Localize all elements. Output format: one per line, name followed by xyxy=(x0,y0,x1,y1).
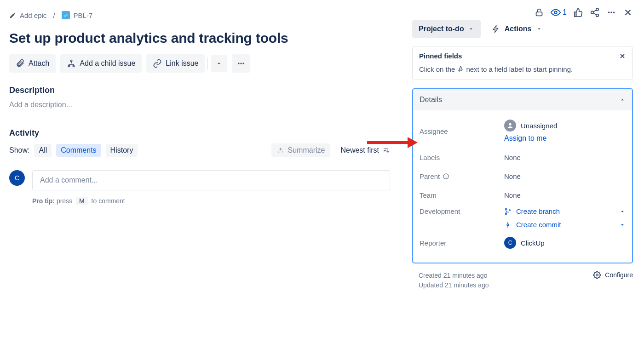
svg-point-12 xyxy=(610,11,612,13)
link-icon xyxy=(153,59,162,68)
svg-point-1 xyxy=(69,65,70,67)
created-timestamp: Created 21 minutes ago xyxy=(419,271,489,280)
updated-timestamp: Updated 21 minutes ago xyxy=(419,280,489,290)
link-issue-button[interactable]: Link issue xyxy=(146,54,205,73)
field-label-labels: Labels xyxy=(420,154,504,161)
share-button[interactable] xyxy=(590,7,600,17)
svg-point-2 xyxy=(73,65,75,67)
svg-rect-6 xyxy=(536,12,542,16)
field-label-assignee: Assignee xyxy=(420,127,504,135)
field-value-labels[interactable]: None xyxy=(504,154,626,161)
field-label-reporter: Reporter xyxy=(420,239,504,247)
svg-point-7 xyxy=(554,11,557,14)
issue-key-label: PBL-7 xyxy=(74,11,93,19)
issue-key-link[interactable]: PBL-7 xyxy=(62,11,93,19)
tab-comments[interactable]: Comments xyxy=(56,144,101,157)
field-value-assignee[interactable]: Unassigned xyxy=(504,120,626,132)
toolbar-separator xyxy=(207,57,208,69)
breadcrumb: Add epic / PBL-7 xyxy=(9,11,92,19)
chevron-down-icon xyxy=(536,26,542,32)
pinned-fields-close[interactable] xyxy=(619,52,626,60)
issue-actions-toolbar: Attach Add a child issue Link issue xyxy=(9,54,390,73)
pin-icon xyxy=(457,66,464,73)
reporter-avatar: C xyxy=(504,237,516,249)
like-button[interactable] xyxy=(573,7,583,17)
lock-button[interactable] xyxy=(534,7,544,17)
create-commit-more[interactable] xyxy=(619,222,626,228)
avatar: C xyxy=(9,170,25,186)
svg-point-10 xyxy=(596,14,599,17)
add-child-issue-button[interactable]: Add a child issue xyxy=(60,54,142,73)
tab-history[interactable]: History xyxy=(106,144,138,157)
comment-input[interactable]: Add a comment... xyxy=(32,170,390,190)
details-panel: Details Assignee Unassigned Assign to me xyxy=(412,88,633,263)
gear-icon xyxy=(593,271,601,279)
svg-point-13 xyxy=(613,11,615,13)
activity-heading: Activity xyxy=(9,128,390,138)
watch-count: 1 xyxy=(563,8,567,17)
assign-to-me-link[interactable]: Assign to me xyxy=(504,134,626,143)
svg-point-3 xyxy=(238,63,240,64)
issue-title[interactable]: Set up product analytics and tracking to… xyxy=(9,30,390,46)
status-dropdown[interactable]: Project to-do xyxy=(412,20,481,38)
child-issue-icon xyxy=(67,59,76,68)
details-toggle[interactable]: Details xyxy=(413,89,632,110)
create-branch-more[interactable] xyxy=(619,208,626,215)
breadcrumb-separator: / xyxy=(53,11,55,19)
svg-point-9 xyxy=(591,11,594,14)
sparkle-icon xyxy=(277,147,284,154)
svg-point-0 xyxy=(71,60,72,62)
sort-desc-icon xyxy=(383,147,390,154)
field-label-team: Team xyxy=(420,191,504,199)
attach-button[interactable]: Attach xyxy=(9,54,56,73)
svg-point-17 xyxy=(506,213,507,215)
actions-dropdown[interactable]: Actions xyxy=(489,24,546,34)
link-issue-more-button[interactable] xyxy=(211,55,227,72)
svg-point-11 xyxy=(608,11,610,13)
field-value-parent[interactable]: None xyxy=(504,172,626,180)
configure-button[interactable]: Configure xyxy=(593,271,633,279)
create-commit-link[interactable]: Create commit xyxy=(504,221,561,229)
svg-point-20 xyxy=(596,274,598,276)
commit-icon xyxy=(504,221,512,229)
svg-point-8 xyxy=(596,8,599,11)
close-button[interactable] xyxy=(623,7,633,17)
chevron-up-icon xyxy=(619,97,626,103)
lightning-icon xyxy=(492,25,500,33)
field-label-development: Development xyxy=(420,207,504,215)
create-branch-link[interactable]: Create branch xyxy=(504,207,560,215)
pinned-fields-title: Pinned fields xyxy=(419,52,462,60)
chevron-down-icon xyxy=(468,26,474,32)
more-button[interactable] xyxy=(606,7,616,17)
pencil-icon xyxy=(9,12,16,19)
eye-icon xyxy=(551,7,561,17)
issue-type-icon xyxy=(62,11,70,19)
watch-button[interactable]: 1 xyxy=(551,7,567,17)
pinned-fields-panel: Pinned fields Click on the next to a fie… xyxy=(412,46,633,80)
summarize-button[interactable]: Summarize xyxy=(271,143,331,157)
chevron-down-icon xyxy=(215,60,223,67)
branch-icon xyxy=(504,208,512,215)
attachment-icon xyxy=(16,59,25,68)
svg-point-18 xyxy=(509,210,511,211)
description-heading: Description xyxy=(9,86,390,95)
svg-point-5 xyxy=(243,63,244,64)
field-value-reporter[interactable]: C ClickUp xyxy=(504,237,626,249)
svg-point-16 xyxy=(506,208,507,210)
add-epic-label: Add epic xyxy=(20,11,46,19)
comment-protip: Pro tip: press M to comment xyxy=(32,197,390,205)
info-icon xyxy=(443,173,449,180)
kebab-icon xyxy=(236,59,246,68)
field-label-parent: Parent xyxy=(420,172,504,180)
svg-point-19 xyxy=(507,224,509,226)
show-label: Show: xyxy=(9,146,29,154)
sort-toggle[interactable]: Newest first xyxy=(340,146,390,154)
add-epic-link[interactable]: Add epic xyxy=(9,11,46,19)
field-value-team[interactable]: None xyxy=(504,191,626,199)
more-actions-button[interactable] xyxy=(232,54,250,73)
description-input[interactable]: Add a description... xyxy=(9,101,390,109)
unassigned-icon xyxy=(504,120,516,132)
tab-all[interactable]: All xyxy=(34,144,52,157)
svg-point-14 xyxy=(509,123,511,126)
svg-point-4 xyxy=(241,63,242,64)
